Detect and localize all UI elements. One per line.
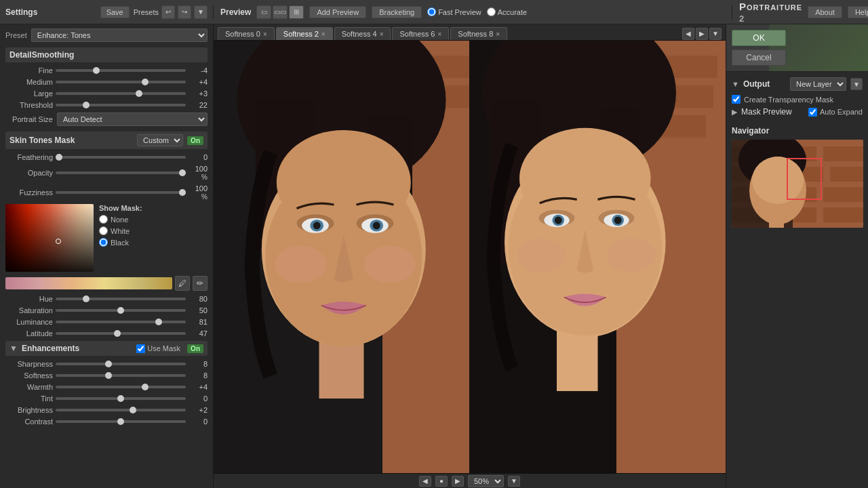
- brightness-label: Brightness: [5, 406, 53, 414]
- saturation-value: 50: [189, 306, 208, 314]
- fast-preview-option[interactable]: Fast Preview: [427, 7, 481, 16]
- tint-slider[interactable]: [56, 397, 186, 400]
- feathering-slider[interactable]: [56, 156, 186, 159]
- help-button[interactable]: Help: [848, 6, 868, 18]
- contrast-slider[interactable]: [56, 420, 186, 423]
- auto-expand-checkbox[interactable]: [808, 108, 817, 117]
- preset-label: Preset: [5, 31, 27, 39]
- use-mask-checkbox[interactable]: [136, 344, 145, 353]
- latitude-slider[interactable]: [56, 332, 186, 335]
- softness-slider[interactable]: [56, 374, 186, 377]
- fine-slider[interactable]: [56, 69, 186, 72]
- tabs-next-button[interactable]: ▶: [696, 28, 708, 40]
- logo-version: 2: [739, 14, 745, 24]
- large-slider[interactable]: [56, 92, 186, 95]
- tabs-navigation: ◀ ▶ ▼: [682, 28, 722, 40]
- center-panel: Softness 0 × Softness 2 × Softness 4 × S…: [214, 24, 726, 488]
- tab-softness-2[interactable]: Softness 2 ×: [276, 27, 333, 40]
- tab-softness-8[interactable]: Softness 8 ×: [450, 27, 507, 40]
- presets-dropdown-button[interactable]: ▼: [194, 5, 208, 19]
- transparency-mask-row: Create Transparency Mask: [732, 95, 863, 104]
- show-mask-options: Show Mask: None White Black: [99, 204, 142, 272]
- bracketing-button[interactable]: Bracketing: [372, 6, 422, 18]
- fine-slider-row: Fine -4: [5, 66, 208, 75]
- enhancements-toggle[interactable]: ▼: [9, 344, 18, 353]
- hue-value: 80: [189, 295, 208, 303]
- eyedropper-button[interactable]: 🖊: [175, 276, 190, 291]
- hue-slider[interactable]: [56, 298, 186, 300]
- zoom-select[interactable]: 50%: [468, 475, 504, 487]
- eyedropper2-button[interactable]: ✏: [193, 276, 208, 291]
- tabs-prev-button[interactable]: ◀: [682, 28, 694, 40]
- accurate-option[interactable]: Accurate: [487, 7, 527, 16]
- output-toggle[interactable]: ▼: [732, 80, 739, 88]
- transparency-mask-checkbox[interactable]: [732, 95, 741, 104]
- luminance-slider[interactable]: [56, 321, 186, 323]
- medium-slider[interactable]: [56, 81, 186, 83]
- color-picker-area: Show Mask: None White Black: [5, 204, 208, 272]
- show-mask-none[interactable]: None: [99, 215, 142, 224]
- warmth-slider[interactable]: [56, 386, 186, 388]
- saturation-slider[interactable]: [56, 309, 186, 312]
- enhancements-on-badge[interactable]: On: [187, 344, 203, 353]
- tab-close-3[interactable]: ×: [437, 30, 441, 38]
- threshold-value: 22: [189, 101, 208, 109]
- output-section: ▼ Output New Layer ▼ Create Transparency…: [726, 72, 868, 126]
- tab-softness-6[interactable]: Softness 6 ×: [392, 27, 449, 40]
- skin-tones-select[interactable]: Custom: [137, 134, 183, 146]
- zoom-dropdown-button[interactable]: ▼: [508, 476, 520, 487]
- output-select[interactable]: New Layer: [790, 77, 846, 91]
- cancel-button[interactable]: Cancel: [732, 49, 786, 66]
- warmth-slider-row: Warmth +4: [5, 383, 208, 391]
- svg-point-48: [517, 239, 567, 273]
- mask-preview-toggle[interactable]: ▶: [732, 108, 737, 117]
- color-gradient[interactable]: [5, 204, 94, 272]
- output-dropdown-button[interactable]: ▼: [850, 78, 863, 90]
- view-dual-button[interactable]: ⊞: [289, 5, 304, 19]
- zoom-out-button[interactable]: ◀: [419, 476, 431, 487]
- navigator-thumbnail[interactable]: [732, 140, 863, 228]
- fuzziness-slider-row: Fuzziness 100 %: [5, 184, 208, 201]
- portrait-size-select[interactable]: Auto Detect: [57, 113, 208, 126]
- fuzziness-slider[interactable]: [56, 191, 186, 194]
- brightness-value: +2: [189, 406, 208, 414]
- tab-close-1[interactable]: ×: [321, 30, 326, 38]
- tabs-menu-button[interactable]: ▼: [709, 28, 722, 40]
- brightness-slider-row: Brightness +2: [5, 406, 208, 414]
- ok-button[interactable]: OK: [732, 30, 786, 46]
- threshold-slider-row: Threshold 22: [5, 101, 208, 109]
- zoom-fit-button[interactable]: ●: [435, 476, 448, 487]
- luminance-label: Luminance: [5, 318, 53, 326]
- redo-button[interactable]: ↪: [178, 5, 191, 19]
- tab-close-2[interactable]: ×: [380, 30, 384, 38]
- quality-options: Fast Preview Accurate: [427, 7, 527, 16]
- about-button[interactable]: About: [808, 6, 842, 18]
- preview-after[interactable]: [470, 41, 726, 473]
- tab-close-4[interactable]: ×: [496, 30, 500, 38]
- preset-select[interactable]: Enhance: Tones: [31, 28, 208, 42]
- on-badge[interactable]: On: [187, 136, 203, 145]
- enhancements-title: Enhancements: [22, 344, 132, 353]
- swatch-bar: [5, 277, 172, 289]
- view-split-button[interactable]: ▭▭: [273, 5, 288, 19]
- tab-softness-4[interactable]: Softness 4 ×: [334, 27, 391, 40]
- top-bar: Settings Save Presets ↩ ↪ ▼ Preview ▭ ▭▭…: [0, 0, 868, 24]
- preview-before[interactable]: [214, 41, 470, 473]
- view-single-button[interactable]: ▭: [256, 5, 271, 19]
- svg-rect-56: [830, 167, 863, 182]
- tab-close-0[interactable]: ×: [263, 30, 267, 38]
- zoom-in-button[interactable]: ▶: [452, 476, 464, 487]
- brightness-slider[interactable]: [56, 409, 186, 411]
- sharpness-slider[interactable]: [56, 363, 186, 365]
- save-button[interactable]: Save: [100, 6, 130, 18]
- add-preview-button[interactable]: Add Preview: [309, 6, 366, 18]
- undo-button[interactable]: ↩: [161, 5, 175, 19]
- feathering-label: Feathering: [5, 153, 53, 161]
- feathering-value: 0: [189, 153, 208, 161]
- opacity-slider[interactable]: [56, 171, 186, 174]
- tab-softness-0[interactable]: Softness 0 ×: [218, 27, 275, 40]
- hue-slider-row: Hue 80: [5, 295, 208, 303]
- show-mask-white[interactable]: White: [99, 226, 142, 235]
- threshold-slider[interactable]: [56, 104, 186, 106]
- show-mask-black[interactable]: Black: [99, 238, 142, 247]
